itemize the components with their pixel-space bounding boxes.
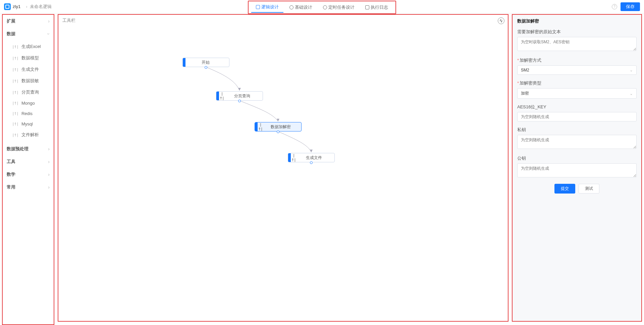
breadcrumb: › 未命名逻辑: [24, 4, 52, 10]
node-bar: [216, 92, 219, 100]
flow-node-start[interactable]: 开始: [182, 58, 229, 67]
clock-icon: [323, 5, 327, 9]
sidebar-section-common[interactable]: 常用: [3, 181, 54, 194]
brand: zly1 › 未命名逻辑: [4, 3, 52, 10]
save-button[interactable]: 保存: [621, 2, 640, 11]
breadcrumb-separator-icon: ›: [26, 4, 27, 9]
node-output-port[interactable]: [310, 161, 313, 164]
drag-handle-icon: |†|: [291, 153, 297, 162]
svg-marker-2: [310, 150, 313, 152]
node-label: 分页查询: [225, 93, 263, 99]
project-name[interactable]: zly1: [13, 4, 20, 9]
label-method: *加解密方式: [517, 57, 637, 63]
drag-handle-icon: |†|: [12, 56, 19, 60]
drag-handle-icon: |†|: [12, 122, 19, 126]
sidebar-section-preprocess[interactable]: 数据预处理: [3, 143, 54, 155]
tab-label: 逻辑设计: [261, 4, 279, 10]
layout-icon: [256, 5, 260, 9]
label-public-key: 公钥: [517, 155, 637, 161]
drag-handle-icon: |†|: [12, 79, 19, 83]
label-text: 加解密类型: [520, 80, 541, 86]
svg-marker-1: [277, 119, 279, 121]
flow-canvas[interactable]: 开始 |†| 分页查询 |†| 数据加解密 |†| 生成文件: [58, 15, 508, 321]
sidebar-item-label: Mysql: [21, 121, 33, 126]
sidebar-item-data-model[interactable]: |†|数据模型: [3, 52, 54, 64]
sidebar-item-gen-file[interactable]: |†|生成文件: [3, 64, 54, 75]
drag-handle-icon: |†|: [219, 92, 225, 100]
tab-exec-log[interactable]: 执行日志: [361, 2, 393, 13]
props-actions: 提交 测试: [517, 184, 637, 194]
top-header: zly1 › 未命名逻辑 逻辑设计 基础设计 定时任务设计 执行日志 ? 保存: [0, 0, 644, 13]
breadcrumb-current[interactable]: 未命名逻辑: [30, 4, 52, 9]
properties-panel: 数据加解密 需要加解密的原始文本 *加解密方式 SM2 ⌄ *加解密类型 加密 …: [512, 14, 642, 322]
gear-icon: [289, 5, 293, 9]
sidebar-section-data[interactable]: 数据: [3, 28, 54, 40]
node-label: 数据加解密: [264, 124, 301, 130]
node-label: 开始: [185, 60, 229, 65]
node-bar: [255, 122, 258, 131]
main-area: 扩展 数据 |†|生成Excel |†|数据模型 |†|生成文件 |†|数据脱敏…: [0, 13, 644, 325]
node-label: 生成文件: [297, 155, 334, 161]
input-raw-text[interactable]: [517, 37, 637, 51]
node-output-port[interactable]: [277, 130, 279, 133]
sidebar-item-label: 生成Excel: [21, 44, 41, 50]
sidebar-item-mongo[interactable]: |†|Mongo: [3, 98, 54, 108]
canvas-wrap: 工具栏 开始 |†| 分页查询: [58, 14, 508, 322]
node-bar: [288, 153, 291, 162]
drag-handle-icon: |†|: [258, 122, 264, 131]
input-public-key[interactable]: [517, 163, 637, 177]
label-type: *加解密类型: [517, 80, 637, 86]
sidebar-section-tools[interactable]: 工具: [3, 155, 54, 168]
label-private-key: 私钥: [517, 127, 637, 133]
select-type-value: 加密: [521, 91, 529, 96]
field-type: *加解密类型 加密 ⌄: [517, 80, 637, 99]
field-public-key: 公钥: [517, 155, 637, 178]
flow-edges: [58, 15, 508, 321]
document-icon: [365, 5, 369, 9]
chevron-down-icon: ⌄: [630, 68, 633, 72]
select-method-value: SM2: [521, 68, 529, 72]
help-icon[interactable]: ?: [612, 4, 617, 9]
sidebar-item-label: 分页查询: [21, 89, 39, 95]
flow-node-gen-file[interactable]: |†| 生成文件: [288, 153, 335, 162]
sidebar-item-label: 生成文件: [21, 66, 39, 72]
sidebar-item-redis[interactable]: |†|Redis: [3, 108, 54, 119]
sidebar-item-label: Redis: [21, 111, 33, 116]
sidebar-item-data-mask[interactable]: |†|数据脱敏: [3, 75, 54, 87]
field-raw-text: 需要加解密的原始文本: [517, 29, 637, 52]
tab-label: 执行日志: [371, 4, 388, 10]
select-type[interactable]: 加密 ⌄: [517, 88, 637, 99]
sidebar-section-math[interactable]: 数学: [3, 168, 54, 181]
input-private-key[interactable]: [517, 135, 637, 149]
sidebar-item-page-query[interactable]: |†|分页查询: [3, 87, 54, 98]
header-right: ? 保存: [612, 2, 640, 11]
select-method[interactable]: SM2 ⌄: [517, 65, 637, 75]
field-private-key: 私钥: [517, 127, 637, 150]
sidebar-item-gen-excel[interactable]: |†|生成Excel: [3, 41, 54, 52]
sidebar-item-label: Mongo: [21, 101, 35, 106]
sidebar-section-extensions[interactable]: 扩展: [3, 15, 54, 28]
field-aes-key: AES16位_KEY: [517, 104, 637, 121]
drag-handle-icon: |†|: [12, 67, 19, 72]
label-text: 加解密方式: [520, 58, 541, 63]
drag-handle-icon: |†|: [12, 101, 19, 105]
tab-basic-design[interactable]: 基础设计: [285, 2, 317, 13]
input-aes-key[interactable]: [517, 112, 637, 121]
flow-node-encrypt[interactable]: |†| 数据加解密: [255, 122, 302, 131]
sidebar-item-label: 数据脱敏: [21, 78, 39, 84]
tab-logic-design[interactable]: 逻辑设计: [251, 2, 283, 13]
node-output-port[interactable]: [238, 100, 241, 102]
sidebar-item-mysql[interactable]: |†|Mysql: [3, 119, 54, 129]
tab-scheduled-design[interactable]: 定时任务设计: [318, 2, 359, 13]
drag-handle-icon: |†|: [12, 90, 19, 95]
flow-node-page-query[interactable]: |†| 分页查询: [216, 91, 263, 101]
submit-button[interactable]: 提交: [554, 184, 575, 194]
test-button[interactable]: 测试: [579, 184, 599, 194]
app-logo-icon: [4, 3, 11, 10]
sidebar-item-label: 文件解析: [21, 132, 39, 138]
properties-title: 数据加解密: [517, 18, 637, 24]
node-output-port[interactable]: [205, 66, 207, 69]
chevron-down-icon: ⌄: [630, 91, 633, 96]
node-bar: [183, 58, 185, 67]
sidebar-item-file-parse[interactable]: |†|文件解析: [3, 129, 54, 141]
